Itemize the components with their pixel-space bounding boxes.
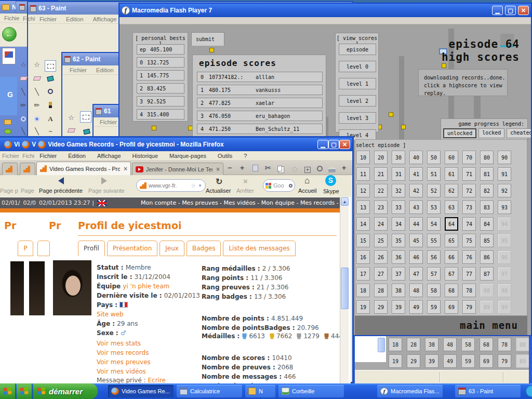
episode-cell[interactable]: 71	[462, 167, 476, 181]
episode-cell[interactable]: 87	[480, 267, 494, 281]
zoom-out-icon[interactable]: −	[228, 164, 232, 172]
episode-cell[interactable]: 88	[480, 284, 494, 297]
view-score-button[interactable]: level 0	[339, 61, 376, 72]
taskbar-item-flash[interactable]: f Macromedia Flas...	[377, 385, 443, 397]
paint-menu-item[interactable]: Affichage	[93, 16, 117, 22]
text-tool-icon[interactable]: A	[46, 114, 55, 124]
taskbar-item-calculator[interactable]: Calculatrice	[177, 385, 242, 397]
color-picker-tool-icon[interactable]: ╲	[32, 87, 42, 97]
eraser-tool-icon[interactable]	[32, 74, 42, 83]
website-link[interactable]: Site web	[97, 311, 124, 318]
episode-cell[interactable]: 13	[356, 201, 370, 214]
episode-cell[interactable]: 68	[445, 284, 458, 297]
episode-cell[interactable]: 47	[409, 267, 423, 281]
ghost-start-button[interactable]	[0, 383, 16, 399]
paint-menu-item[interactable]: Edition	[66, 16, 84, 22]
airbrush-tool-icon[interactable]	[19, 114, 28, 124]
episode-cell[interactable]: 10	[356, 151, 370, 164]
episode-cell[interactable]: 85	[480, 234, 494, 247]
episode-cell[interactable]: 58	[427, 284, 441, 297]
episode-cell[interactable]: 39	[392, 300, 405, 314]
episode-cell[interactable]: 66	[445, 250, 458, 264]
main-menu-button[interactable]: main menu	[355, 316, 527, 331]
highscore-row[interactable]: 4 471.250 Ben_Schultz_11	[197, 124, 323, 134]
episode-cell[interactable]: 49	[409, 300, 423, 314]
close-button[interactable]: ✕	[518, 6, 529, 15]
episode-cell[interactable]: 67	[445, 267, 458, 281]
search-text[interactable]: Goo	[273, 182, 287, 189]
episode-cell[interactable]: 95	[498, 234, 511, 247]
freeform-select-tool-icon[interactable]: ☆	[66, 113, 76, 123]
episode-cell[interactable]: 96	[498, 250, 511, 264]
episode-cell[interactable]: 79	[462, 300, 476, 314]
tray-skype-icon[interactable]	[526, 385, 532, 397]
tab-youtube[interactable]: Jenifer - Donne-Moi Le Tem... ×	[132, 163, 223, 175]
tab-close-icon[interactable]: ×	[216, 166, 220, 173]
close-button[interactable]: ✕	[339, 140, 350, 149]
scroll-up-icon[interactable]: ▲	[341, 197, 349, 206]
firefox-titlebar[interactable]: Vi V Video Games Records - Profil de yic…	[0, 138, 352, 151]
episode-cell[interactable]: 52	[427, 184, 441, 197]
episode-cell[interactable]: 74	[462, 217, 476, 231]
episode-cell[interactable]: 26	[374, 250, 388, 264]
episode-cell[interactable]: 28	[374, 284, 388, 297]
episode-cell[interactable]: 48	[409, 284, 423, 297]
menu-item[interactable]: Outils	[218, 153, 232, 159]
episode-cell[interactable]: 60	[445, 151, 458, 164]
cut-icon[interactable]: ✂	[265, 164, 271, 172]
episode-cell[interactable]: 57	[427, 267, 441, 281]
menu-item[interactable]: Affichage	[97, 153, 121, 159]
mini-folder-icon[interactable]	[4, 119, 11, 125]
taskbar-item-recycle-bin[interactable]: Corbeille	[278, 385, 344, 397]
taskbar-item-firefox[interactable]: Video Games Re...	[108, 385, 174, 397]
skype-button-label[interactable]: Skype	[323, 188, 339, 194]
paint-menu-item[interactable]: Fichier	[100, 119, 117, 125]
start-button[interactable]: démarrer	[33, 383, 98, 399]
skype-icon[interactable]: S	[325, 175, 336, 186]
view-score-button[interactable]: level 3	[339, 112, 376, 124]
episode-cell[interactable]: 59	[461, 354, 475, 368]
highscore-row[interactable]: 2 477.825 xaelar	[197, 98, 323, 108]
history-clock-icon[interactable]	[317, 165, 323, 173]
brush-tool-icon[interactable]	[46, 101, 55, 110]
tab-vgr-profile[interactable]: Video Games Records - Profi... ×	[36, 162, 131, 175]
episode-cell[interactable]: 99	[498, 300, 511, 314]
personal-best-row[interactable]: 2 83.425	[137, 83, 184, 94]
select-tool-icon[interactable]	[45, 60, 56, 72]
episode-cell[interactable]: 43	[409, 201, 423, 214]
ghost-profile-tab[interactable]	[37, 241, 50, 256]
page-scrollbar[interactable]: ▲	[340, 197, 349, 383]
scrollbar-thumb[interactable]	[341, 268, 349, 309]
menu-item[interactable]: Historique	[132, 153, 158, 159]
episode-cell[interactable]: 38	[425, 338, 438, 351]
episode-cell[interactable]: 19	[389, 354, 402, 368]
episode-cell[interactable]: 73	[462, 201, 476, 214]
episode-cell[interactable]: 18	[356, 284, 370, 297]
episode-cell[interactable]: 25	[374, 234, 388, 247]
episode-cell[interactable]: 59	[427, 300, 441, 314]
episode-cell[interactable]: 34	[392, 217, 405, 231]
line-tool-icon[interactable]: ╲	[32, 127, 42, 136]
profile-tab[interactable]: Badges	[187, 241, 221, 256]
episode-cell[interactable]: 40	[409, 151, 423, 164]
ghost-tab[interactable]	[20, 163, 35, 175]
url-dropdown-icon[interactable]: ▼	[198, 183, 202, 188]
episode-cell[interactable]: 98	[498, 284, 511, 297]
episode-cell[interactable]: 86	[480, 250, 494, 264]
url-bar[interactable]: www.vgr-fr. ☆ ▼	[136, 179, 206, 192]
magnifier-tool-icon[interactable]	[46, 87, 55, 97]
paint-menu-item[interactable]: Edition	[96, 67, 114, 73]
back-button-label[interactable]: Page précédente	[39, 188, 83, 194]
episode-cell[interactable]: 41	[409, 167, 423, 181]
episode-cell[interactable]: 61	[445, 167, 458, 181]
episode-cell[interactable]: 28	[407, 338, 420, 351]
minimize-button[interactable]: ▁	[492, 6, 503, 15]
taskbar-item-folder-n[interactable]: N	[245, 385, 275, 397]
episode-cell[interactable]: 17	[356, 267, 370, 281]
episode-cell[interactable]: 23	[374, 201, 388, 214]
episode-cell[interactable]: 79	[498, 354, 511, 368]
episode-cell[interactable]: 21	[374, 167, 388, 181]
episode-cell[interactable]: 24	[374, 217, 388, 231]
episode-cell[interactable]: 97	[498, 267, 511, 281]
submit-button[interactable]: submit	[191, 32, 224, 46]
